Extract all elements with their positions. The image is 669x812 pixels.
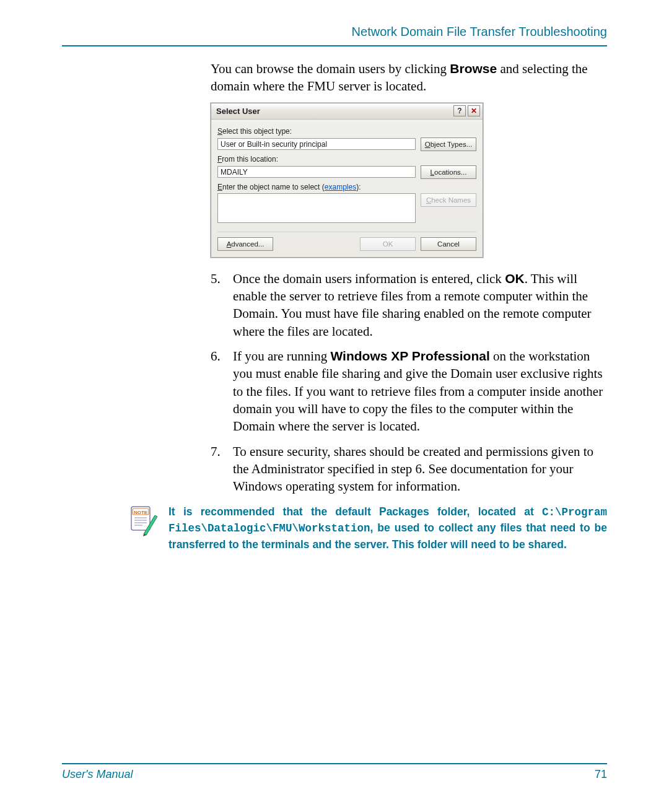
enter-name-label: Enter the object name to select (example… — [217, 183, 476, 191]
svg-text:NOTE: NOTE — [134, 509, 148, 515]
dialog-title: Select User — [216, 107, 260, 116]
help-icon[interactable]: ? — [453, 105, 466, 116]
locations-button[interactable]: Locations... — [421, 165, 476, 179]
content-column: You can browse the domain users by click… — [211, 60, 607, 495]
list-number: 6. — [211, 347, 233, 435]
select-user-dialog: Select User ? ✕ Select this object type:… — [211, 103, 483, 258]
cancel-button[interactable]: Cancel — [421, 237, 476, 251]
object-type-label: Select this object type: — [217, 127, 476, 136]
steps-list: 5.Once the domain users information is e… — [211, 270, 607, 495]
list-text: If you are running Windows XP Profession… — [233, 347, 607, 435]
object-type-field[interactable]: User or Built-in security principal — [217, 138, 416, 150]
intro-bold: Browse — [450, 61, 497, 76]
list-item: 5.Once the domain users information is e… — [211, 270, 607, 340]
dialog-title-buttons: ? ✕ — [453, 105, 480, 116]
list-item: 6.If you are running Windows XP Professi… — [211, 347, 607, 435]
object-types-button[interactable]: Object Types... — [421, 138, 476, 151]
list-item: 7.To ensure security, shares should be c… — [211, 443, 607, 495]
footer-rule — [62, 763, 607, 764]
advanced-button[interactable]: Advanced... — [217, 237, 273, 251]
list-text: Once the domain users information is ent… — [233, 270, 607, 340]
object-name-input[interactable] — [217, 193, 416, 223]
from-location-field[interactable]: MDAILY — [217, 166, 416, 178]
close-icon[interactable]: ✕ — [468, 105, 480, 116]
intro-prefix: You can browse the domain users by click… — [211, 61, 450, 76]
dialog-body: Select this object type: User or Built-i… — [211, 120, 483, 257]
intro-paragraph: You can browse the domain users by click… — [211, 60, 607, 95]
page-number: 71 — [595, 768, 607, 781]
dialog-titlebar: Select User ? ✕ — [211, 103, 483, 120]
list-text: To ensure security, shares should be cre… — [233, 443, 607, 495]
check-names-button: Check Names — [421, 193, 476, 207]
page-footer: User's Manual 71 — [62, 763, 607, 781]
list-number: 7. — [211, 443, 233, 495]
from-location-label: From this location: — [217, 155, 476, 164]
ok-button: OK — [360, 237, 416, 251]
page: Network Domain File Transfer Troubleshoo… — [0, 0, 669, 812]
note-icon: NOTE — [130, 504, 157, 536]
note-block: NOTE It is recommended that the default … — [130, 504, 607, 552]
dialog-footer: Advanced... OK Cancel — [217, 232, 476, 251]
note-text: It is recommended that the default Packa… — [168, 504, 607, 552]
header-rule — [62, 45, 607, 46]
list-number: 5. — [211, 270, 233, 340]
page-header-title: Network Domain File Transfer Troubleshoo… — [62, 25, 607, 39]
examples-link[interactable]: examples — [325, 183, 356, 191]
footer-left: User's Manual — [62, 768, 133, 781]
